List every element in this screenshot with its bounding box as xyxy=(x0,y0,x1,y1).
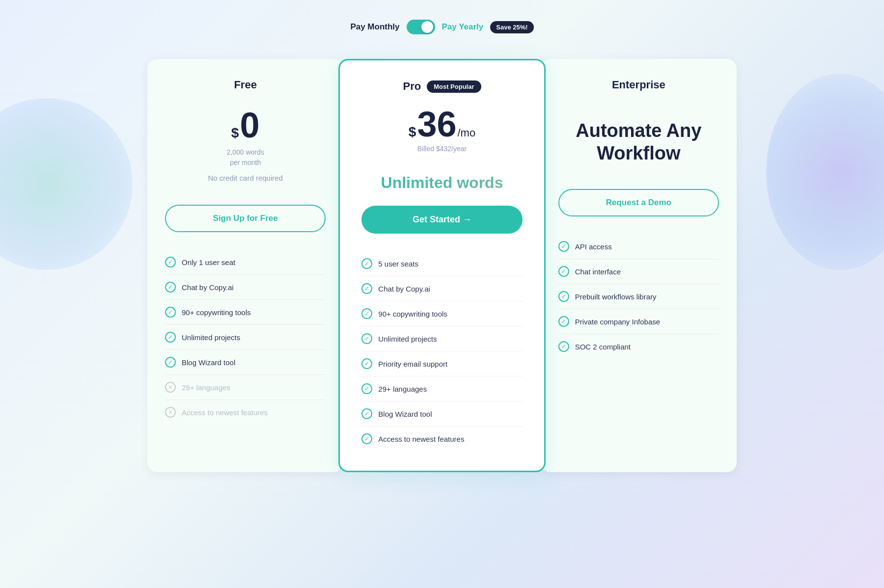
no-credit-card-note: No credit card required xyxy=(165,174,326,182)
free-price-section: $ 0 2,000 words per month No credit card… xyxy=(165,105,326,197)
list-item: ✓ Chat by Copy.ai xyxy=(165,275,326,300)
check-icon: ✓ xyxy=(361,283,372,294)
enterprise-plan-title: Enterprise xyxy=(612,79,665,91)
feature-text: Chat by Copy.ai xyxy=(182,283,234,292)
list-item: ✓ 90+ copywriting tools xyxy=(361,301,522,326)
feature-text: 90+ copywriting tools xyxy=(378,310,447,318)
list-item: ✓ API access xyxy=(558,234,719,259)
free-price-subtitle: 2,000 words per month xyxy=(165,147,326,168)
feature-text: 5 user seats xyxy=(378,260,418,268)
feature-text: Unlimited projects xyxy=(182,333,240,342)
enterprise-headline-line1: Automate Any xyxy=(576,120,701,141)
list-item: ✓ Blog Wizard tool xyxy=(165,350,326,375)
feature-text: Chat by Copy.ai xyxy=(378,285,430,293)
free-feature-list: ✓ Only 1 user seat ✓ Chat by Copy.ai ✓ 9… xyxy=(165,250,326,425)
check-icon: ✓ xyxy=(165,257,176,267)
pro-price-amount: 36 xyxy=(417,107,456,142)
pro-billed-note: Billed $432/year xyxy=(361,144,522,154)
list-item: ✓ Priority email support xyxy=(361,351,522,376)
list-item: ✓ SOC 2 compliant xyxy=(558,334,719,359)
pro-title-row: Pro Most Popular xyxy=(361,80,522,93)
feature-text: 29+ languages xyxy=(182,383,230,392)
feature-text: Chat interface xyxy=(575,267,621,276)
check-icon: ✓ xyxy=(361,258,372,269)
pro-cta-button[interactable]: Get Started → xyxy=(361,206,522,234)
list-item: ✓ 90+ copywriting tools xyxy=(165,300,326,325)
list-item: ✓ Only 1 user seat xyxy=(165,250,326,275)
most-popular-badge: Most Popular xyxy=(427,80,481,93)
check-icon: ✓ xyxy=(165,307,176,318)
pricing-cards: Free $ 0 2,000 words per month No credit… xyxy=(147,59,737,472)
feature-text: Access to newest features xyxy=(182,408,268,417)
free-price-symbol: $ xyxy=(231,125,239,141)
free-words-line1: 2,000 words xyxy=(227,148,264,156)
enterprise-plan-card: Enterprise Automate Any Workflow Request… xyxy=(541,59,737,472)
free-price-amount: 0 xyxy=(240,105,259,145)
list-item: ✓ Access to newest features xyxy=(361,427,522,451)
free-price-display: $ 0 xyxy=(165,105,326,145)
check-icon: ✓ xyxy=(361,333,372,344)
x-icon: ✕ xyxy=(165,407,176,418)
feature-text: Blog Wizard tool xyxy=(182,358,235,367)
pro-price-display: $ 36 /mo xyxy=(361,107,522,142)
enterprise-cta-button[interactable]: Request a Demo xyxy=(558,189,719,216)
free-plan-card: Free $ 0 2,000 words per month No credit… xyxy=(147,59,343,472)
list-item: ✓ Unlimited projects xyxy=(165,325,326,350)
feature-text: Prebuilt workflows library xyxy=(575,293,657,301)
check-icon: ✓ xyxy=(361,408,372,419)
unlimited-words-text: Unlimited words xyxy=(361,174,522,192)
free-plan-title: Free xyxy=(234,79,256,91)
toggle-knob xyxy=(421,21,433,33)
check-icon: ✓ xyxy=(361,308,372,319)
list-item: ✓ Private company Infobase xyxy=(558,309,719,334)
pro-plan-card: Pro Most Popular $ 36 /mo Billed $432/ye… xyxy=(338,59,545,472)
check-icon: ✓ xyxy=(361,358,372,369)
list-item: ✓ 29+ languages xyxy=(361,376,522,401)
pro-feature-list: ✓ 5 user seats ✓ Chat by Copy.ai ✓ 90+ c… xyxy=(361,251,522,451)
check-icon: ✓ xyxy=(165,357,176,368)
feature-text: Priority email support xyxy=(378,360,447,368)
feature-text: Blog Wizard tool xyxy=(378,410,432,418)
enterprise-headline-line2: Workflow xyxy=(597,143,680,163)
check-icon: ✓ xyxy=(558,241,569,252)
list-item: ✓ Blog Wizard tool xyxy=(361,401,522,427)
check-icon: ✓ xyxy=(558,266,569,277)
pro-plan-title: Pro xyxy=(403,80,421,93)
check-icon: ✓ xyxy=(165,332,176,343)
free-title-row: Free xyxy=(165,79,326,91)
list-item: ✕ Access to newest features xyxy=(165,400,326,425)
feature-text: SOC 2 compliant xyxy=(575,343,631,351)
free-cta-button[interactable]: Sign Up for Free xyxy=(165,205,326,232)
billing-toggle-section: Pay Monthly Pay Yearly Save 25%! xyxy=(350,20,533,34)
check-icon: ✓ xyxy=(165,282,176,293)
x-icon: ✕ xyxy=(165,382,176,393)
feature-text: Access to newest features xyxy=(378,435,464,443)
pro-price-section: $ 36 /mo Billed $432/year xyxy=(361,107,522,154)
pay-monthly-label: Pay Monthly xyxy=(350,22,399,32)
list-item: ✓ Chat interface xyxy=(558,259,719,284)
feature-text: Unlimited projects xyxy=(378,335,437,343)
check-icon: ✓ xyxy=(558,341,569,352)
enterprise-title-row: Enterprise xyxy=(558,79,719,91)
check-icon: ✓ xyxy=(361,383,372,394)
list-item: ✓ Unlimited projects xyxy=(361,326,522,351)
billing-toggle-switch[interactable] xyxy=(407,20,435,34)
feature-text: 29+ languages xyxy=(378,385,427,393)
pro-price-symbol: $ xyxy=(409,124,416,140)
enterprise-headline: Automate Any Workflow xyxy=(558,120,719,164)
check-icon: ✓ xyxy=(558,291,569,302)
save-badge: Save 25%! xyxy=(490,21,533,33)
enterprise-feature-list: ✓ API access ✓ Chat interface ✓ Prebuilt… xyxy=(558,234,719,359)
list-item: ✓ Prebuilt workflows library xyxy=(558,284,719,309)
pay-yearly-label: Pay Yearly xyxy=(442,22,484,32)
feature-text: 90+ copywriting tools xyxy=(182,308,251,317)
pro-price-period: /mo xyxy=(457,127,475,139)
list-item: ✕ 29+ languages xyxy=(165,375,326,400)
free-words-line2: per month xyxy=(230,159,261,166)
check-icon: ✓ xyxy=(361,433,372,444)
list-item: ✓ 5 user seats xyxy=(361,251,522,276)
feature-text: API access xyxy=(575,242,612,251)
check-icon: ✓ xyxy=(558,316,569,327)
feature-text: Only 1 user seat xyxy=(182,258,235,267)
list-item: ✓ Chat by Copy.ai xyxy=(361,276,522,301)
